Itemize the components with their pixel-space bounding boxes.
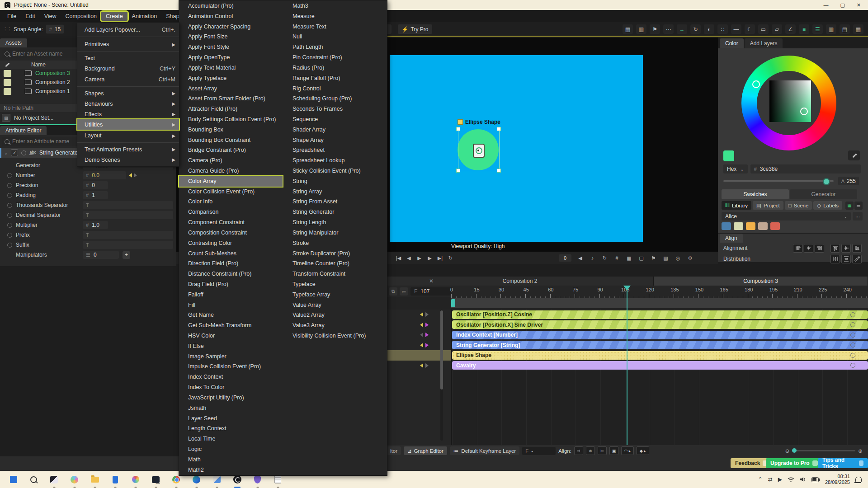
utilities-menu-item[interactable]: Accumulator (Pro) [179, 1, 283, 11]
asset-color-swatch[interactable] [4, 79, 11, 86]
timeline-layer-bar[interactable]: Oscillator [Position.X] Sine Driver [452, 320, 868, 329]
utilities-menu-item[interactable]: Jsmath [179, 403, 283, 413]
copilot-icon[interactable] [68, 474, 80, 486]
refresh-icon[interactable]: ↻ [690, 24, 701, 34]
utilities-menu-item[interactable]: Falloff [179, 290, 283, 300]
tab-composition-2[interactable]: ✕ Composition 2 [387, 277, 654, 286]
utilities-menu-item[interactable]: Color Array [179, 176, 283, 187]
terminal-icon[interactable]: >_ [150, 474, 162, 486]
sv-handle[interactable] [800, 108, 808, 115]
enabled-checkbox[interactable]: ✓ [11, 149, 18, 156]
tips-and-tricks-button[interactable]: Tips and Tricks [818, 458, 868, 468]
utilities-menu-item[interactable]: Component Constraint [179, 217, 283, 228]
utilities-menu-item[interactable]: Local Time [179, 434, 283, 444]
tab-composition-3[interactable]: Composition 3 [654, 277, 868, 286]
tray-time[interactable]: 08:31 [837, 474, 850, 479]
utilities-menu-item[interactable]: Typeface Array [283, 290, 387, 300]
palette-swatch[interactable] [734, 222, 743, 230]
utilities-menu-item[interactable]: Length Context [179, 423, 283, 434]
skip-to-end-icon[interactable]: ▶| [436, 255, 444, 261]
utilities-menu-item[interactable]: Fill [179, 300, 283, 310]
selection-handle[interactable] [456, 169, 460, 173]
attribute-value-field[interactable]: T ⌄ [83, 201, 173, 209]
alpha-slider-handle[interactable] [823, 178, 830, 185]
utilities-menu-item[interactable]: Apply OpenType [179, 52, 283, 63]
utilities-menu-item[interactable]: Bridge Constraint (Pro) [179, 145, 283, 155]
timeline-zoom-slider[interactable] [792, 450, 855, 451]
create-menu-item[interactable]: Behaviours ▶ [77, 99, 179, 109]
palette-swatch[interactable] [746, 222, 755, 230]
more-dots-icon[interactable]: ⋯ [663, 24, 674, 34]
target-icon[interactable]: ◎ [674, 255, 682, 261]
prev-keyframe-icon[interactable] [129, 173, 132, 178]
utilities-menu-item[interactable]: Distance Constraint (Pro) [179, 269, 283, 279]
arrow-right-icon[interactable]: → [677, 24, 687, 34]
add-manipulator-button[interactable]: + [123, 251, 130, 259]
create-menu-item[interactable]: Camera Ctrl+M ▶ [77, 74, 179, 87]
utilities-menu-item[interactable]: Logic [179, 444, 283, 455]
solo-radio[interactable] [21, 150, 26, 155]
hue-handle[interactable] [752, 80, 760, 88]
tray-swap-icon[interactable]: ⇄ [768, 476, 773, 483]
utilities-menu-item[interactable]: String Generator [283, 207, 387, 217]
utilities-menu-item[interactable]: Pin Constraint (Pro) [283, 52, 387, 63]
timeline-layer-bar[interactable]: Cavalry [452, 361, 868, 370]
tab-add-layers[interactable]: Add Layers [745, 38, 783, 48]
palette-swatch[interactable] [770, 222, 780, 230]
keyframe-circle-icon[interactable] [7, 243, 12, 248]
utilities-menu-item[interactable]: String [283, 176, 387, 187]
swatch-source-library[interactable]: ‖‖Library [722, 201, 751, 210]
align-center-v-button[interactable] [841, 244, 851, 253]
create-menu-item[interactable]: Demo Scenes ▶ [77, 155, 179, 165]
menubar-item[interactable]: Animation [127, 12, 162, 21]
next-keyframe-icon[interactable] [425, 363, 429, 368]
utilities-menu-item[interactable]: Image Sampler [179, 352, 283, 362]
attribute-value-field[interactable]: ☰ 0 ⌄ [83, 251, 119, 259]
utilities-menu-item[interactable]: Timeline Counter (Pro) [283, 258, 387, 269]
create-menu-item[interactable]: Utilities ▶ [77, 119, 179, 130]
current-frame-field[interactable]: F 107 [410, 287, 453, 296]
list-view-toggle[interactable]: ☰ [854, 202, 863, 210]
utilities-menu-item[interactable]: Apply Text Material [179, 63, 283, 73]
utilities-menu-item[interactable]: Animation Control [179, 11, 283, 22]
utilities-menu-item[interactable]: String Manipulator [283, 228, 387, 238]
battery-icon[interactable] [811, 477, 820, 482]
utilities-menu-item[interactable]: Radius (Pro) [283, 63, 387, 73]
utilities-menu-item[interactable]: String Array [283, 187, 387, 197]
utilities-menu-item[interactable]: Index Context [179, 372, 283, 382]
prev-keyframe-icon[interactable] [420, 333, 423, 337]
drag-grip-icon[interactable]: ⋮⋮ [3, 26, 11, 32]
zoom-out-icon[interactable]: ⊖ [785, 448, 790, 454]
tray-media-icon[interactable]: ▶ [778, 476, 782, 483]
next-keyframe-icon[interactable] [134, 173, 137, 178]
utilities-menu-item[interactable]: Rig Control [283, 84, 387, 94]
utilities-menu-item[interactable]: Path Length [283, 42, 387, 52]
table-icon[interactable]: ▥ [636, 24, 646, 34]
tab-swatches[interactable]: Swatches [722, 189, 789, 199]
utilities-menu-item[interactable]: Visibility Collision Event (Pro) [283, 331, 387, 341]
grid-view-toggle[interactable]: ▦ [845, 202, 854, 210]
transform-anchor[interactable] [473, 144, 485, 158]
tab-align[interactable]: Align [720, 234, 743, 243]
utilities-menu-item[interactable]: Apply Font Size [179, 32, 283, 42]
attribute-value-field[interactable]: T ⌄ [83, 211, 173, 219]
utilities-menu-item[interactable]: Math2 [179, 465, 283, 475]
tray-chevron-up-icon[interactable]: ⌃ [758, 476, 763, 483]
utilities-menu-item[interactable]: Math [179, 455, 283, 465]
utilities-menu-item[interactable]: HSV Color [179, 331, 283, 341]
asset-color-swatch[interactable] [4, 88, 11, 95]
previous-frame-icon[interactable]: ◀ [405, 255, 413, 261]
palette-swatch[interactable] [758, 222, 768, 230]
play-icon[interactable]: ▶ [415, 255, 424, 261]
utilities-menu-item[interactable]: Drag Field (Pro) [179, 279, 283, 290]
timeline-layer-bar[interactable]: Ellipse Shape [452, 351, 868, 360]
utilities-menu-item[interactable]: Bounding Box [179, 125, 283, 135]
widgets-icon[interactable] [48, 474, 60, 486]
minimize-button[interactable]: — [823, 2, 828, 8]
utilities-menu-item[interactable]: Contrasting Color [179, 238, 283, 249]
align-columns-icon[interactable]: ☰ [812, 24, 823, 34]
zoom-in-icon[interactable]: ⊕ [858, 448, 863, 454]
notifications-bell-icon[interactable] [855, 477, 862, 482]
tray-date[interactable]: 28/09/2025 [825, 479, 850, 485]
menubar-item[interactable]: Edit [21, 12, 40, 21]
